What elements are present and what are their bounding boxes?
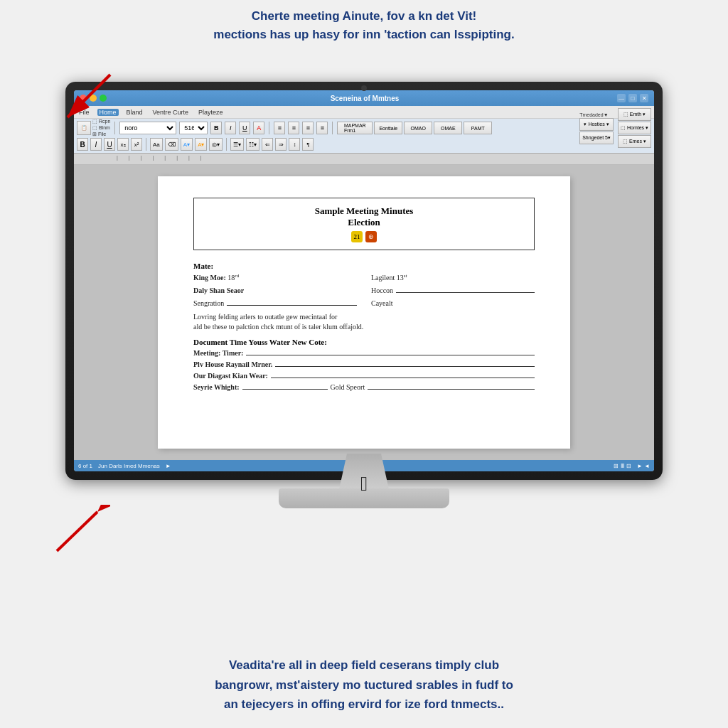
ribbon-btn-extra[interactable]: ⊞ File [92,132,110,137]
menu-item-ventre[interactable]: Ventre Curte [151,109,191,116]
doc-field2-line [275,366,535,367]
italic-btn[interactable]: I [225,122,236,134]
rb-b[interactable]: B [77,138,88,151]
imac-frame: Sceneina of Mmtnes — □ ✕ File Home Bland… [65,82,663,551]
doc-section-title: Document Time Youss Water New Cote: [193,338,535,346]
menu-item-bland[interactable]: Bland [124,109,145,116]
doc-daly-label: Daly Shan Seaor [193,287,244,294]
rb-case[interactable]: Aa [150,138,163,151]
bottom-annotation: Veadita're all in deep field ceserans ti… [58,655,670,714]
doc-row2-left: Daly Shan Seaor [193,287,357,296]
align-right-btn[interactable]: ≡ [302,122,314,134]
doc-field4-line2 [368,389,535,390]
align-left-btn[interactable]: ≡ [274,122,285,134]
menu-bar: File Home Bland Ventre Curte Playteze Em… [74,106,654,119]
underline-btn[interactable]: U [239,122,250,134]
menu-item-play[interactable]: Playteze [196,109,225,116]
doc-sengration-line [227,305,357,306]
bottom-annotation-line1: Veadita're all in deep field ceserans ti… [58,655,670,675]
font-name-select[interactable]: noro [119,122,176,134]
status-words: Jun Darls Imed Mmenas [98,463,160,469]
doc-field3-label: Our Diagast Kian Wear: [193,372,268,380]
doc-lagilent-label: Lagilent 13st [371,273,407,282]
rb-x[interactable]: x₂ [117,138,129,151]
status-zoom-level: ► ◄ [637,463,650,469]
doc-king-moe-label: King Moe: 18rd [193,273,239,282]
bold-btn[interactable]: B [210,122,222,134]
rb-para[interactable]: ¶ [302,138,314,151]
apple-logo:  [360,473,368,496]
rb-hl[interactable]: ◎▾ [209,138,223,151]
title-btn-close[interactable]: ✕ [640,94,648,102]
rb-clear[interactable]: ⌫ [165,138,178,151]
find-btn[interactable]: ▾ Hosties ▾ [579,118,614,131]
rb-x2[interactable]: x² [131,138,142,151]
extra-btn1[interactable]: ⬚ Emth ▾ [618,108,651,121]
imac-webcam [361,85,367,91]
title-btn-min[interactable]: — [617,94,626,102]
rb-color2[interactable]: A▾ [195,138,207,151]
doc-field3-line [271,378,535,378]
doc-title-line2: Election [208,217,520,228]
doc-field4-line1 [242,389,328,390]
style2-btn[interactable]: Eonttale [374,122,402,134]
doc-daly-field: Daly Shan Seaor [193,287,357,294]
status-page: 6 of 1 [78,463,92,469]
extra-btn2[interactable]: ⬚ Homtes ▾ [618,122,651,134]
doc-body-line2: ald be these to palction chck mtunt of i… [193,322,535,332]
rb-i[interactable]: I [90,138,102,151]
doc-area[interactable]: Sample Meeting Minutes Election 21 ⊛ Mat… [74,165,654,460]
imac-screen-bezel: Sceneina of Mmtnes — □ ✕ File Home Bland… [65,82,663,480]
ribbon-row2-div [146,138,146,151]
ribbon-row1: 📋 ⬚ Rcpn ⬚ Blnm ⊞ File noro [77,120,651,136]
style5-btn[interactable]: PAMT [464,122,492,134]
doc-sengration-field: Sengration [193,299,357,307]
top-annotation-line2: mections has up hasy for inn 'taction ca… [58,26,670,44]
bottom-arrow [46,505,110,564]
rb-num[interactable]: ☷▾ [246,138,259,151]
rb-indent-out[interactable]: ⇐ [262,138,273,151]
font-size-select[interactable]: 516 [179,122,208,134]
replace-btn[interactable]: Shngedet 5▾ [579,132,614,144]
doc-field4-label: Seyrie Whight: [193,383,240,391]
ribbon-div3 [332,122,333,134]
ruler: | | | | | | | | [74,154,654,165]
imac-screen: Sceneina of Mmtnes — □ ✕ File Home Bland… [74,90,654,471]
doc-hoccon-line [396,292,535,293]
status-zoom-icons: ⊞ Ⅲ ⊟ [614,463,631,469]
doc-field1-label: Meeting: Timer: [193,349,243,357]
doc-page: Sample Meeting Minutes Election 21 ⊛ Mat… [158,176,570,449]
doc-field2-label: Plv House Raynail Mrner. [193,360,272,368]
rb-color1[interactable]: A▾ [181,138,193,151]
rb-sort[interactable]: ↕ [289,138,300,151]
doc-row1-left: King Moe: 18rd [193,273,357,284]
styles-btn[interactable]: MAPMARFrm1 [337,122,373,134]
title-btn-max[interactable]: □ [628,94,637,102]
find-label: Tmedaded▼ [579,112,614,117]
svg-line-1 [68,75,110,117]
ribbon-div2 [269,122,269,134]
font-color-btn[interactable]: A [253,122,264,134]
doc-field4: Seyrie Whight: Gold Speort [193,383,535,391]
doc-title-box: Sample Meeting Minutes Election 21 ⊛ [193,198,535,250]
doc-row3-right: Cayealt [371,299,535,309]
word-app: Sceneina of Mmtnes — □ ✕ File Home Bland… [74,90,654,471]
top-annotation: Cherte meeting Ainute, fov a kn det Vit!… [58,7,670,43]
rb-u[interactable]: U [104,138,115,151]
doc-title-line1: Sample Meeting Minutes [208,205,520,217]
align-center-btn[interactable]: ≡ [288,122,299,134]
doc-row1: King Moe: 18rd Lagilent 13st [193,273,535,284]
rb-bullets[interactable]: ☰▾ [230,138,244,151]
style3-btn[interactable]: OMAO [404,122,432,134]
style4-btn[interactable]: OMAE [434,122,462,134]
extra-btn3[interactable]: ⬚ Emes ▾ [618,135,651,148]
title-bar-buttons: — □ ✕ [617,94,648,102]
doc-lagilent-field: Lagilent 13st [371,273,535,282]
doc-row1-right: Lagilent 13st [371,273,535,284]
rb-indent-in[interactable]: ⇒ [275,138,287,151]
icon-yellow: 21 [351,231,363,242]
ribbon-row2: B I U x₂ x² Aa ⌫ A▾ A▾ ◎▾ ☰▾ ☷▾ [77,137,651,151]
align-justify-btn[interactable]: ≡ [316,122,328,134]
doc-cayealt-label: Cayealt [371,299,393,307]
top-arrow [57,71,121,131]
